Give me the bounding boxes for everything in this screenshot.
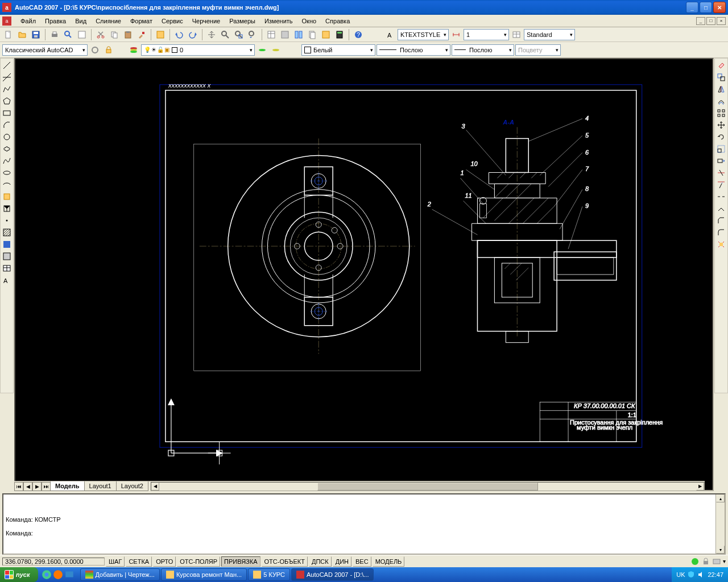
tab-prev[interactable]: ◀ — [23, 482, 32, 491]
task-chrome[interactable]: Добавить | Чертеж... — [80, 568, 160, 581]
polyline-tool[interactable] — [1, 84, 13, 95]
menu-view[interactable]: Вид — [71, 16, 91, 26]
task-autocad[interactable]: AutoCAD 2007 - [D:\... — [291, 568, 374, 581]
textstyle-icon[interactable]: A — [384, 28, 396, 41]
scale-tool[interactable] — [715, 143, 727, 155]
menu-dim[interactable]: Размеры — [225, 16, 260, 26]
color-dropdown[interactable]: Белый — [301, 44, 375, 56]
menu-tools[interactable]: Сервис — [157, 16, 188, 26]
textstyle-dropdown[interactable]: KTEXTSTYLE — [398, 29, 449, 40]
workspace-lock-icon[interactable] — [102, 44, 115, 56]
close-button[interactable]: ✕ — [713, 2, 726, 13]
join-tool[interactable] — [715, 203, 727, 214]
menu-window[interactable]: Окно — [297, 16, 321, 26]
line-tool[interactable] — [1, 60, 13, 71]
status-ortho[interactable]: ОРТО — [153, 556, 176, 567]
layer-manager-icon[interactable] — [127, 44, 140, 56]
copy-tool[interactable] — [715, 72, 727, 83]
start-button[interactable]: пуск — [0, 567, 38, 582]
zoom-realtime-button[interactable] — [219, 28, 231, 41]
ql-desktop-icon[interactable] — [64, 569, 75, 580]
save-button[interactable] — [30, 28, 42, 41]
fillet-tool[interactable] — [715, 227, 727, 238]
layer-dropdown[interactable]: 💡☀🔓▣ 0 — [141, 44, 255, 56]
status-otrack[interactable]: ОТС-ОБЪЕКТ — [262, 556, 308, 567]
ql-chrome-icon[interactable] — [42, 569, 52, 580]
array-tool[interactable] — [715, 107, 727, 119]
new-button[interactable] — [2, 28, 15, 41]
linetype-dropdown[interactable]: Послою — [377, 44, 450, 56]
menu-format[interactable]: Формат — [126, 16, 157, 26]
tab-model[interactable]: Модель — [50, 481, 85, 491]
break-tool[interactable] — [715, 191, 727, 202]
print-button[interactable] — [48, 28, 61, 41]
mdi-restore[interactable]: □ — [706, 17, 715, 25]
tab-last[interactable]: ⏭ — [42, 482, 51, 491]
layer-previous-icon[interactable] — [256, 44, 268, 56]
revcloud-tool[interactable] — [1, 143, 13, 155]
arc-tool[interactable] — [1, 119, 13, 131]
ellipse-tool[interactable] — [1, 167, 13, 178]
mdi-close[interactable]: × — [717, 17, 726, 25]
ql-firefox-icon[interactable] — [53, 569, 63, 580]
extend-tool[interactable] — [715, 179, 727, 190]
designcenter-button[interactable] — [279, 28, 291, 41]
tab-layout2[interactable]: Layout2 — [116, 481, 148, 491]
mirror-tool[interactable] — [715, 84, 727, 95]
lock-icon[interactable] — [701, 557, 710, 566]
tab-next[interactable]: ▶ — [32, 482, 42, 491]
minimize-button[interactable]: _ — [686, 2, 698, 13]
menu-file[interactable]: Файл — [16, 16, 40, 26]
command-scrollbar[interactable]: ▴▾ — [715, 494, 725, 554]
status-grid[interactable]: СЕТКА — [126, 556, 152, 567]
clock[interactable]: 22:47 — [708, 571, 723, 578]
copy-button[interactable] — [108, 28, 121, 41]
tray-settings-icon[interactable] — [712, 557, 721, 566]
polygon-tool[interactable] — [1, 95, 13, 107]
dimscale-dropdown[interactable]: 1 — [464, 29, 509, 40]
gradient-tool[interactable] — [1, 239, 13, 250]
comm-icon[interactable] — [690, 557, 700, 566]
dimstyle-dropdown[interactable]: Standard — [524, 29, 575, 40]
tablestyle-icon[interactable] — [510, 28, 523, 41]
zoom-previous-button[interactable] — [246, 28, 259, 41]
layer-states-icon[interactable] — [270, 44, 282, 56]
status-model[interactable]: МОДЕЛЬ — [373, 556, 405, 567]
chamfer-tool[interactable] — [715, 215, 727, 226]
offset-tool[interactable] — [715, 95, 727, 107]
dimstyle-icon[interactable] — [450, 28, 462, 41]
rectangle-tool[interactable] — [1, 107, 13, 119]
sheetset-button[interactable] — [306, 28, 318, 41]
block-tool[interactable] — [1, 203, 13, 214]
open-button[interactable] — [16, 28, 28, 41]
blockeditor-button[interactable] — [154, 28, 167, 41]
lang-indicator[interactable]: UK — [676, 571, 685, 578]
mtext-tool[interactable]: A — [1, 275, 13, 286]
hscrollbar[interactable]: ◀▶ — [151, 482, 705, 491]
lineweight-dropdown[interactable]: Послою — [452, 44, 514, 56]
workspace-settings-icon[interactable] — [89, 44, 101, 56]
publish-button[interactable] — [76, 28, 88, 41]
status-snap[interactable]: ШАГ — [106, 556, 125, 567]
insert-tool[interactable] — [1, 191, 13, 202]
toolpalettes-button[interactable] — [292, 28, 305, 41]
quickcalc-button[interactable] — [333, 28, 346, 41]
status-ducs[interactable]: ДПСК — [309, 556, 332, 567]
pan-button[interactable] — [205, 28, 218, 41]
erase-tool[interactable] — [715, 60, 727, 71]
undo-button[interactable] — [173, 28, 185, 41]
coordinates[interactable]: 336.0780, 299.1600, 0.0000 — [2, 558, 105, 566]
tab-first[interactable]: ⏮ — [14, 482, 23, 491]
xline-tool[interactable] — [1, 72, 13, 83]
status-dyn[interactable]: ДИН — [333, 556, 351, 567]
cut-button[interactable] — [94, 28, 107, 41]
maximize-button[interactable]: □ — [700, 2, 712, 13]
spline-tool[interactable] — [1, 155, 13, 167]
point-tool[interactable] — [1, 215, 13, 226]
tab-layout1[interactable]: Layout1 — [84, 481, 117, 491]
redo-button[interactable] — [187, 28, 199, 41]
menu-edit[interactable]: Правка — [40, 16, 71, 26]
help-button[interactable]: ? — [352, 28, 365, 41]
table-tool[interactable] — [1, 263, 13, 274]
stretch-tool[interactable] — [715, 155, 727, 167]
